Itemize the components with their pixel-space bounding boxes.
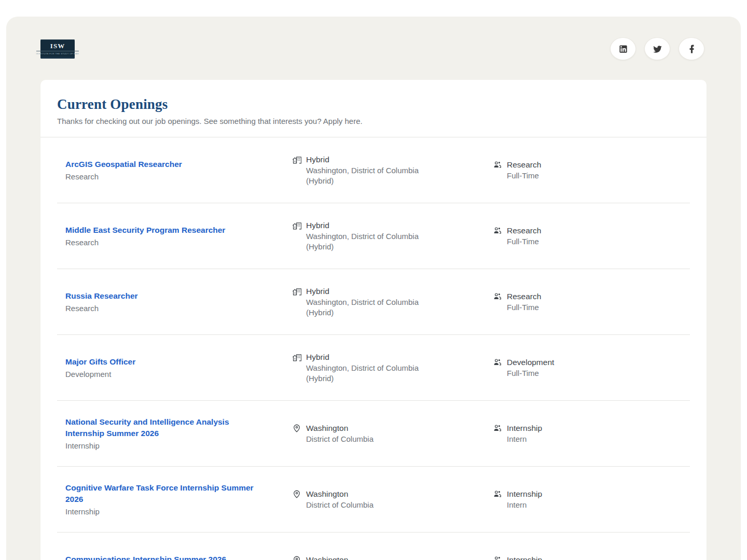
job-location-column: Washington District of Columbia	[292, 554, 493, 560]
job-team-column: Internship Intern	[493, 488, 682, 510]
location-type: Washington	[306, 554, 374, 560]
map-pin-icon	[292, 489, 301, 499]
job-team-column: Research Full-Time	[493, 291, 682, 313]
job-department: Internship	[65, 441, 276, 451]
job-team-column: Internship Intern	[493, 554, 682, 560]
facebook-icon	[687, 44, 697, 54]
employment-type: Full-Time	[507, 368, 554, 379]
job-title-column: National Security and Intelligence Analy…	[65, 416, 292, 451]
team-people-icon	[493, 555, 502, 560]
team-text: Internship Intern	[507, 488, 542, 510]
location-detail: District of Columbia	[306, 434, 374, 444]
job-title-link[interactable]: Russia Researcher	[65, 290, 255, 302]
job-row: National Security and Intelligence Analy…	[57, 401, 690, 467]
location-type: Hybrid	[306, 220, 436, 231]
team-text: Internship Intern	[507, 423, 542, 444]
job-department: Internship	[65, 507, 276, 517]
location-text: Hybrid Washington, District of Columbia …	[306, 286, 436, 318]
hybrid-home-work-icon	[292, 353, 301, 362]
hybrid-home-work-icon	[292, 287, 301, 296]
job-title-link[interactable]: ArcGIS Geospatial Researcher	[65, 159, 255, 170]
page-title: Current Openings	[57, 96, 690, 113]
location-icon	[292, 353, 301, 362]
job-department: Research	[65, 303, 276, 314]
location-detail: District of Columbia	[306, 500, 374, 510]
location-type: Washington	[306, 423, 374, 433]
linkedin-button[interactable]	[610, 37, 636, 60]
team-name: Research	[507, 225, 541, 236]
card-header: Current Openings Thanks for checking out…	[40, 80, 707, 137]
job-title-link[interactable]: Communications Internship Summer 2026	[65, 554, 255, 560]
job-team-column: Research Full-Time	[493, 225, 682, 247]
map-pin-icon	[292, 555, 301, 560]
twitter-button[interactable]	[644, 37, 670, 60]
job-row: ArcGIS Geospatial Researcher Research	[57, 137, 690, 203]
team-people-icon	[493, 292, 502, 301]
team-text: Research Full-Time	[507, 291, 541, 313]
location-text: Washington District of Columbia	[306, 554, 374, 560]
hybrid-home-work-icon	[292, 155, 301, 164]
location-text: Hybrid Washington, District of Columbia …	[306, 220, 436, 252]
team-people-icon	[493, 489, 502, 499]
job-title-column: Cognitive Warfare Task Force Internship …	[65, 482, 292, 517]
job-title-link[interactable]: Middle East Security Program Researcher	[65, 225, 255, 236]
map-pin-icon	[292, 424, 301, 433]
job-location-column: Washington District of Columbia	[292, 488, 493, 510]
linkedin-icon	[618, 44, 628, 54]
job-department: Research	[65, 237, 276, 248]
location-detail: Washington, District of Columbia (Hybrid…	[306, 363, 436, 384]
location-detail: Washington, District of Columbia (Hybrid…	[306, 165, 436, 186]
location-icon	[292, 155, 301, 164]
job-list: ArcGIS Geospatial Researcher Research	[40, 137, 707, 560]
job-title-column: Russia Researcher Research	[65, 290, 292, 314]
job-title-link[interactable]: Cognitive Warfare Task Force Internship …	[65, 482, 255, 505]
social-buttons	[610, 37, 704, 60]
job-row: Middle East Security Program Researcher …	[57, 203, 690, 269]
location-detail: Washington, District of Columbia (Hybrid…	[306, 231, 436, 252]
team-people-icon	[493, 160, 502, 170]
page-panel: ISW INSTITUTE FOR THE STUDY OF WAR Curre…	[6, 17, 741, 560]
job-team-column: Development Full-Time	[493, 357, 682, 379]
job-row: Communications Internship Summer 2026 In…	[57, 533, 690, 560]
location-text: Hybrid Washington, District of Columbia …	[306, 154, 436, 186]
team-name: Internship	[507, 423, 542, 433]
location-type: Hybrid	[306, 352, 436, 362]
location-icon	[292, 489, 301, 499]
job-row: Cognitive Warfare Task Force Internship …	[57, 467, 690, 533]
location-icon	[292, 221, 301, 230]
job-title-column: Communications Internship Summer 2026 In…	[65, 554, 292, 560]
team-people-icon	[493, 226, 502, 235]
job-team-column: Internship Intern	[493, 423, 682, 444]
location-text: Washington District of Columbia	[306, 423, 374, 444]
job-location-column: Hybrid Washington, District of Columbia …	[292, 220, 493, 252]
team-text: Research Full-Time	[507, 225, 541, 247]
team-people-icon	[493, 358, 502, 367]
job-row: Major Gifts Officer Development	[57, 335, 690, 401]
location-text: Washington District of Columbia	[306, 488, 374, 510]
isw-logo-text: ISW	[50, 43, 65, 50]
employment-type: Full-Time	[507, 236, 541, 247]
openings-card: Current Openings Thanks for checking out…	[40, 80, 707, 560]
isw-logo-tagline: INSTITUTE FOR THE STUDY OF WAR	[36, 51, 79, 55]
employment-type: Full-Time	[507, 171, 541, 181]
isw-logo[interactable]: ISW INSTITUTE FOR THE STUDY OF WAR	[40, 39, 75, 59]
job-team-column: Research Full-Time	[493, 159, 682, 181]
job-title-link[interactable]: Major Gifts Officer	[65, 356, 255, 368]
employment-type: Intern	[507, 434, 542, 444]
team-text: Research Full-Time	[507, 159, 541, 181]
team-name: Internship	[507, 554, 542, 560]
job-title-link[interactable]: National Security and Intelligence Analy…	[65, 416, 255, 439]
page-subtitle: Thanks for checking out our job openings…	[57, 117, 690, 125]
facebook-button[interactable]	[679, 37, 704, 60]
team-name: Research	[507, 159, 541, 170]
location-type: Hybrid	[306, 154, 436, 165]
team-name: Development	[507, 357, 554, 368]
job-department: Development	[65, 369, 276, 380]
site-header: ISW INSTITUTE FOR THE STUDY OF WAR	[6, 17, 741, 60]
job-row: Russia Researcher Research	[57, 269, 690, 335]
job-department: Research	[65, 172, 276, 182]
team-text: Internship Intern	[507, 554, 542, 560]
location-text: Hybrid Washington, District of Columbia …	[306, 352, 436, 384]
twitter-icon	[653, 44, 662, 54]
job-location-column: Hybrid Washington, District of Columbia …	[292, 352, 493, 384]
